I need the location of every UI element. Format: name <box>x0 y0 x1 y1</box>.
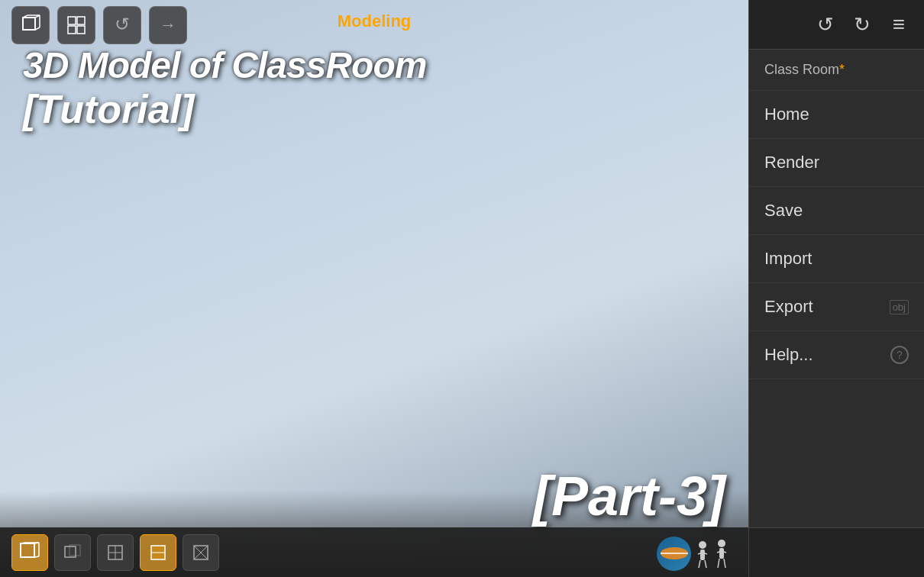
svg-point-172 <box>718 540 725 547</box>
modified-indicator: * <box>839 62 845 77</box>
import-label: Import <box>764 249 812 269</box>
view-perspective-button[interactable] <box>11 534 48 571</box>
save-label: Save <box>764 201 803 221</box>
sidebar-bottom-bar <box>749 527 924 577</box>
menu-item-home[interactable]: Home <box>749 91 924 139</box>
svg-point-166 <box>699 541 706 549</box>
render-label: Render <box>764 153 819 172</box>
svg-rect-167 <box>700 550 705 560</box>
hamburger-menu-button[interactable]: ≡ <box>885 11 913 38</box>
view-ortho-button[interactable] <box>97 534 134 571</box>
watermark-figures <box>695 539 737 569</box>
export-obj-icon: obj <box>890 300 909 314</box>
title-overlay: 3D Model of ClassRoom [Tutorial] <box>23 46 426 132</box>
svg-rect-136 <box>23 18 35 30</box>
view-front-button[interactable] <box>54 534 91 571</box>
svg-rect-143 <box>68 17 76 24</box>
home-label: Home <box>764 105 809 124</box>
grid-button[interactable] <box>57 6 95 44</box>
svg-rect-173 <box>719 548 724 559</box>
menu-item-import[interactable]: Import <box>749 235 924 283</box>
svg-rect-146 <box>77 26 85 34</box>
watermark-area <box>657 537 737 571</box>
bottom-toolbar <box>0 527 748 577</box>
part-label: [Part-3] <box>533 465 725 527</box>
cube-button[interactable] <box>11 6 50 44</box>
menu-item-save[interactable]: Save <box>749 187 924 235</box>
svg-line-170 <box>699 560 700 568</box>
svg-line-153 <box>34 556 39 557</box>
top-toolbar: ↺ → Modeling <box>0 0 748 50</box>
svg-rect-145 <box>68 26 76 34</box>
svg-line-176 <box>718 559 719 568</box>
view-active-button[interactable] <box>140 534 176 571</box>
sidebar: ↺ ↻ ≡ Class Room* Home Render Save Impor… <box>748 0 924 577</box>
menu-item-export[interactable]: Export obj <box>749 283 924 331</box>
sidebar-project-title: Class Room* <box>749 50 924 91</box>
viewport: TEB CECBUL DFPEZLCFP FELOPZD DEFPOTFC <box>0 0 748 577</box>
sidebar-menu: Class Room* Home Render Save Import Expo… <box>749 50 924 527</box>
title-line2: [Tutorial] <box>23 86 426 132</box>
sidebar-top-bar: ↺ ↻ ≡ <box>749 0 924 50</box>
help-icon: ? <box>890 346 909 364</box>
export-label: Export <box>764 297 813 317</box>
mode-label: Modeling <box>338 11 412 31</box>
rotate-button[interactable]: ↺ <box>103 6 141 44</box>
project-name: Class Room <box>764 62 839 77</box>
svg-rect-144 <box>77 17 85 24</box>
svg-line-177 <box>724 559 725 568</box>
help-label: Help... <box>764 345 813 365</box>
svg-line-148 <box>21 543 25 543</box>
menu-item-render[interactable]: Render <box>749 139 924 187</box>
title-line1: 3D Model of ClassRoom <box>23 46 426 86</box>
svg-line-171 <box>705 560 706 568</box>
transform-button[interactable]: → <box>149 6 187 44</box>
undo-button[interactable]: ↺ <box>812 11 839 38</box>
redo-button[interactable]: ↻ <box>848 11 876 38</box>
svg-rect-147 <box>21 543 34 557</box>
watermark-logo <box>657 537 691 571</box>
view-wireframe-button[interactable] <box>183 534 219 571</box>
menu-item-help[interactable]: Help... ? <box>749 331 924 379</box>
